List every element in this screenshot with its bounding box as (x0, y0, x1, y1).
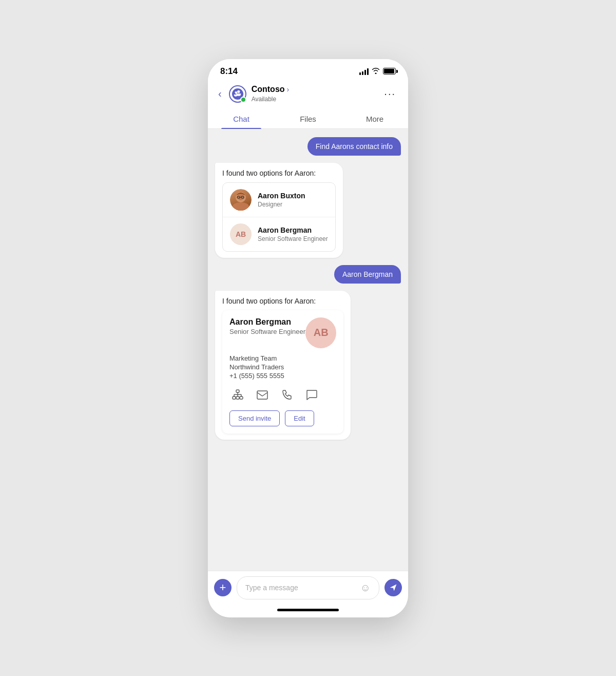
send-button[interactable] (384, 579, 402, 596)
contact-info: Contoso › Available (252, 85, 375, 103)
detail-title: Senior Software Engineer (229, 328, 305, 335)
tab-bar: Chat Files More (208, 109, 408, 129)
contact-info-buxton: Aaron Buxton Designer (258, 192, 305, 208)
tab-more[interactable]: More (341, 109, 408, 128)
input-bar: + Type a message ☺ (208, 571, 408, 605)
detail-phone: +1 (555) 555 5555 (229, 372, 336, 380)
chat-icon[interactable] (303, 387, 320, 403)
detail-buttons: Send invite Edit (229, 410, 336, 426)
sent-message-1: Find Aarons contact info (215, 137, 401, 156)
contact-chevron-icon: › (287, 85, 290, 93)
detail-card-text: Aaron Bergman Senior Software Engineer (229, 317, 305, 335)
svg-point-7 (235, 203, 247, 211)
sent-bubble-1: Find Aarons contact info (307, 137, 401, 156)
contact-item-bergman[interactable]: AB Aaron Bergman Senior Software Enginee… (223, 217, 335, 251)
home-bar (277, 609, 339, 611)
message-input-container[interactable]: Type a message ☺ (237, 576, 379, 599)
detail-card-header: Aaron Bergman Senior Software Engineer A… (229, 317, 336, 348)
bot-message-2: I found two options for Aaron: Aaron Ber… (215, 291, 401, 440)
detail-name: Aaron Bergman (229, 317, 305, 327)
contact-card-list-1: Aaron Buxton Designer AB Aaron Bergman S… (222, 182, 336, 252)
phone-icon[interactable] (279, 387, 295, 403)
svg-point-1 (235, 91, 237, 94)
online-indicator (240, 97, 246, 103)
status-bar: 8:14 (208, 59, 408, 81)
sent-bubble-2: Aaron Bergman (334, 265, 401, 284)
chat-area: Find Aarons contact info I found two opt… (208, 129, 408, 571)
status-icons (359, 67, 396, 76)
org-chart-icon[interactable] (229, 387, 246, 403)
detail-avatar: AB (305, 317, 336, 348)
bot-message-1: I found two options for Aaron: (215, 163, 401, 258)
signal-icon (359, 68, 369, 75)
svg-rect-9 (233, 397, 236, 399)
avatar-bergman: AB (230, 223, 252, 245)
status-time: 8:14 (220, 66, 238, 77)
svg-rect-11 (240, 397, 243, 399)
back-button[interactable]: ‹ (216, 86, 224, 102)
bot-bubble-2: I found two options for Aaron: Aaron Ber… (215, 291, 351, 440)
email-icon[interactable] (254, 387, 271, 403)
svg-point-0 (237, 90, 240, 92)
send-invite-button[interactable]: Send invite (229, 410, 280, 426)
add-button[interactable]: + (214, 579, 232, 596)
send-icon (389, 584, 397, 592)
avatar-buxton (230, 189, 252, 211)
svg-rect-17 (257, 391, 267, 399)
detail-card: Aaron Bergman Senior Software Engineer A… (222, 310, 343, 434)
svg-rect-8 (236, 390, 239, 392)
contact-info-bergman: Aaron Bergman Senior Software Engineer (258, 226, 328, 242)
emoji-icon[interactable]: ☺ (360, 582, 371, 594)
contact-status: Available (252, 96, 276, 103)
more-options-button[interactable]: ··· (380, 86, 400, 102)
detail-meta: Marketing Team Northwind Traders +1 (555… (229, 354, 336, 380)
contact-item-buxton[interactable]: Aaron Buxton Designer (223, 183, 335, 217)
wifi-icon (372, 67, 380, 76)
message-placeholder: Type a message (245, 584, 298, 592)
contact-avatar (229, 85, 246, 103)
home-indicator (208, 605, 408, 617)
detail-team: Marketing Team (229, 354, 336, 362)
bot-bubble-1: I found two options for Aaron: (215, 163, 343, 258)
phone-frame: 8:14 ‹ (208, 59, 408, 617)
chat-header: ‹ Contoso › Available ··· (208, 81, 408, 109)
detail-company: Northwind Traders (229, 363, 336, 371)
detail-actions (229, 387, 336, 403)
bot-intro-2: I found two options for Aaron: (222, 297, 343, 305)
edit-button[interactable]: Edit (285, 410, 314, 426)
tab-files[interactable]: Files (275, 109, 341, 128)
battery-icon (383, 68, 396, 74)
tab-chat[interactable]: Chat (208, 109, 275, 128)
sent-message-2: Aaron Bergman (215, 265, 401, 284)
bot-intro-1: I found two options for Aaron: (222, 169, 336, 177)
svg-rect-10 (236, 397, 239, 399)
contact-name: Contoso (252, 85, 285, 94)
